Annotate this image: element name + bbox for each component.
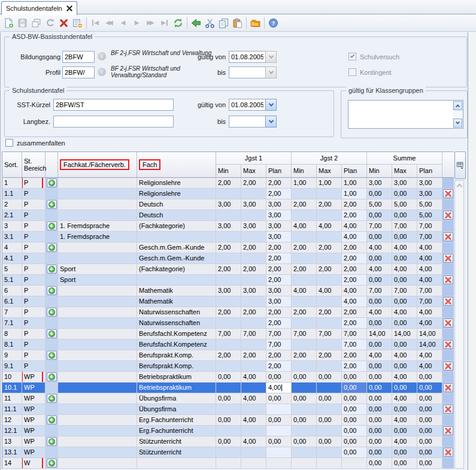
delete-row-button[interactable] [443, 405, 453, 414]
add-detail-row-button[interactable]: + [47, 394, 57, 403]
table-row[interactable]: 13.1WPStützunterricht0,000,000,000,00 [2, 447, 454, 458]
column-header-sort[interactable]: Sort. [2, 152, 22, 177]
table-row[interactable]: 9.1PBerufsprakt.Komp.2,002,000,000,004,0… [2, 361, 454, 372]
add-detail-row-button[interactable]: + [47, 222, 57, 231]
add-detail-row-button[interactable]: + [47, 416, 57, 424]
nav-prev-button[interactable]: ◀ [116, 16, 130, 30]
delete-row-button[interactable] [443, 254, 453, 263]
basis-bis-field[interactable] [229, 66, 266, 78]
delete-row-button[interactable] [443, 448, 453, 457]
column-subheader[interactable]: Plan [342, 165, 367, 177]
delete-row-button[interactable] [443, 426, 453, 435]
table-row[interactable]: 6P+Mathematik3,003,003,004,004,004,007,0… [2, 286, 454, 296]
scroll-up-icon[interactable] [457, 184, 463, 190]
table-row[interactable]: 1.1PReligionslehre2,001,000,000,003,00 [2, 189, 454, 199]
column-subheader[interactable]: Max [392, 165, 417, 177]
sst-bis-field[interactable] [229, 116, 266, 128]
tab-close-icon[interactable] [66, 5, 72, 11]
add-detail-row-button[interactable]: + [47, 351, 57, 360]
column-chooser-button[interactable] [454, 151, 466, 179]
table-row[interactable]: 5.1PSport2,002,000,000,004,00 [2, 275, 454, 286]
nav-next-button[interactable]: ▶ [130, 16, 144, 30]
column-group-header[interactable]: Summe [367, 152, 442, 164]
column-subheader[interactable]: Max [317, 165, 342, 177]
help-button[interactable]: ? [266, 16, 280, 30]
basis-gueltig-von-dropdown[interactable] [265, 51, 277, 63]
table-row[interactable]: 4P+Gesch.m.Gem.-Kunde2,002,002,002,002,0… [2, 242, 454, 253]
table-row[interactable]: 2.1PDeutsch3,002,000,000,005,00 [2, 210, 454, 221]
column-group-header[interactable]: Jgst 2 [292, 152, 367, 164]
nav-fast-prev-button[interactable]: ◀◀ [102, 16, 116, 30]
table-row[interactable]: 8.1PBerufsfachl.Kompetenz7,007,000,000,0… [2, 339, 454, 350]
refresh-button[interactable] [171, 16, 185, 30]
table-row[interactable]: 8P+Berufsfachl.Kompetenz7,007,007,007,00… [2, 329, 454, 339]
nav-first-button[interactable]: ◀ [89, 16, 102, 30]
schulversuch-checkbox[interactable] [348, 53, 356, 60]
table-row[interactable]: 1P+Religionslehre2,002,002,001,001,001,0… [2, 178, 454, 189]
langbez-field[interactable] [53, 116, 174, 128]
sst-kuerzel-field[interactable] [53, 99, 174, 111]
table-row[interactable]: 11WP+Übungsfirma0,004,000,000,000,000,00… [2, 393, 454, 404]
basis-bis-dropdown[interactable] [265, 66, 277, 78]
scroll-up-button[interactable] [453, 101, 462, 110]
column-subheader[interactable]: Max [241, 165, 266, 177]
nav-fast-next-button[interactable]: ▶▶ [144, 16, 157, 30]
table-row[interactable]: 3.1P1. Fremdsprache3,004,000,000,007,00 [2, 232, 454, 242]
table-row[interactable]: 2P+Deutsch3,003,003,002,002,002,005,005,… [2, 199, 454, 210]
table-row[interactable]: 13WP+Stützunterricht0,004,000,000,000,00… [2, 436, 454, 447]
add-detail-row-button[interactable]: + [47, 308, 57, 317]
column-group-header[interactable]: Jgst 1 [216, 152, 292, 164]
add-detail-row-button[interactable]: + [47, 459, 57, 468]
column-header-fachkat[interactable]: Fachkat./Fächerverb. [58, 152, 137, 177]
add-detail-row-button[interactable]: + [47, 178, 57, 187]
undo-button[interactable] [43, 16, 57, 30]
table-row[interactable]: 6.1PMathematik3,004,000,000,007,00 [2, 296, 454, 307]
table-row[interactable]: 7.1PNaturwissenschaften2,002,000,000,004… [2, 318, 454, 329]
sst-bis-dropdown[interactable] [265, 116, 277, 128]
delete-row-button[interactable] [443, 362, 453, 371]
sst-gueltig-von-field[interactable] [229, 99, 266, 111]
column-header-fach[interactable]: Fach [137, 152, 216, 177]
table-row[interactable]: 10.1WPBetriebspraktikum4,000,000,000,000… [2, 383, 454, 393]
table-row[interactable]: 7P+Naturwissenschaften2,002,002,002,002,… [2, 307, 454, 318]
table-row[interactable]: 5P+Sport(Fachkategorie)2,002,002,002,002… [2, 264, 454, 275]
column-subheader[interactable]: Plan [266, 165, 292, 177]
delete-row-button[interactable] [443, 340, 453, 349]
column-header-bereich[interactable]: St. Bereich [22, 152, 46, 177]
cell-editor[interactable]: 4,00 [266, 383, 291, 393]
table-scrollbar[interactable] [454, 180, 464, 469]
table-row[interactable]: 3P+1. Fremdsprache(Fachkategorie)3,003,0… [2, 221, 454, 232]
new-record-button[interactable] [2, 16, 16, 30]
column-subheader[interactable]: Plan [417, 165, 442, 177]
delete-record-button[interactable] [57, 16, 71, 30]
table-row[interactable]: 4.1PGesch.m.Gem.-Kunde2,002,000,000,004,… [2, 253, 454, 264]
remove-dataset-button[interactable] [71, 16, 84, 30]
back-arrow-button[interactable] [189, 16, 203, 30]
add-detail-row-button[interactable]: + [47, 372, 57, 381]
profil-field[interactable] [62, 66, 95, 78]
copy-button[interactable] [217, 16, 231, 30]
kontingent-checkbox[interactable] [348, 68, 356, 76]
add-detail-row-button[interactable]: + [47, 243, 57, 252]
delete-row-button[interactable] [443, 319, 453, 328]
table-row[interactable]: 11.1WPÜbungsfirma0,000,000,000,00 [2, 404, 454, 415]
save-button[interactable] [16, 16, 29, 30]
basis-gueltig-von-field[interactable] [229, 51, 266, 63]
delete-row-button[interactable] [443, 383, 453, 392]
column-header-plus[interactable] [46, 152, 58, 177]
tab-schulstundentafeln[interactable]: Schulstundentafeln [1, 1, 77, 15]
add-detail-row-button[interactable]: + [47, 200, 57, 209]
delete-row-button[interactable] [443, 189, 453, 198]
folders-button[interactable] [248, 16, 262, 30]
column-subheader[interactable]: Min [216, 165, 241, 177]
table-row[interactable]: 12.1WPErg.Fachunterricht0,000,000,000,00 [2, 426, 454, 436]
sst-gueltig-von-dropdown[interactable] [265, 99, 277, 111]
column-subheader[interactable]: Min [292, 165, 317, 177]
add-detail-row-button[interactable]: + [47, 265, 57, 274]
delete-row-button[interactable] [443, 275, 453, 284]
delete-row-button[interactable] [443, 297, 453, 306]
paste-button[interactable] [231, 16, 244, 30]
add-detail-row-button[interactable]: + [47, 286, 57, 295]
scroll-down-button[interactable] [453, 119, 462, 128]
cut-button[interactable] [203, 16, 217, 30]
